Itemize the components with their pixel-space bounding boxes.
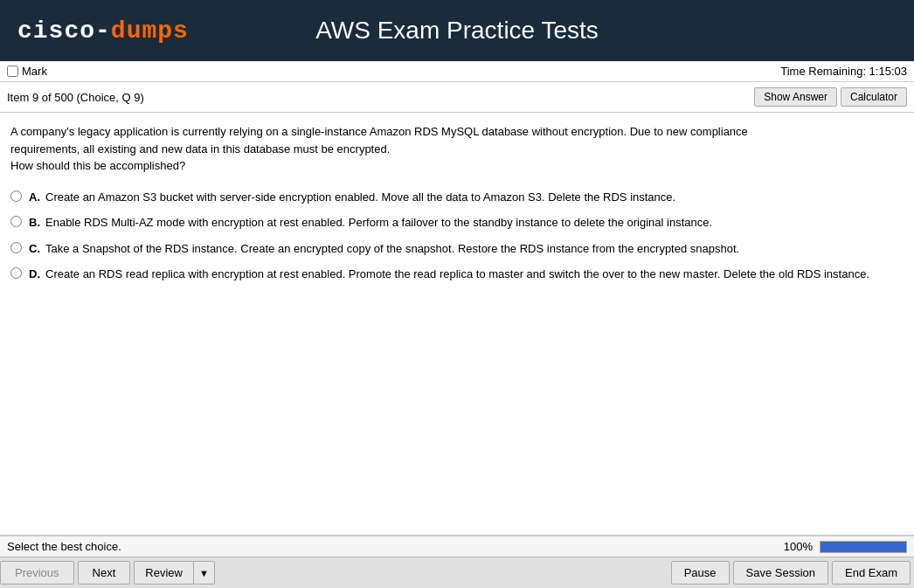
radio-a[interactable] <box>10 190 22 202</box>
progress-bar-fill <box>821 542 906 552</box>
question-line2: requirements, all existing and new data … <box>10 142 390 156</box>
choice-b-letter: B. <box>29 214 40 232</box>
review-button[interactable]: Review <box>134 561 193 585</box>
status-hint: Select the best choice. <box>7 540 121 553</box>
radio-c[interactable] <box>10 242 22 253</box>
question-line3: How should this be accomplished? <box>10 159 185 172</box>
review-group: Review ▼ <box>134 561 215 585</box>
question-area: Item 9 of 500 (Choice, Q 9) Show Answer … <box>0 82 914 536</box>
logo: cisco-dumps <box>17 17 189 45</box>
end-exam-button[interactable]: End Exam <box>832 561 911 585</box>
question-item-label: Item 9 of 500 (Choice, Q 9) <box>7 91 144 104</box>
mark-bar: Mark Time Remaining: 1:15:03 <box>0 61 914 82</box>
choices-list: A. Create an Amazon S3 bucket with serve… <box>10 189 904 283</box>
choice-b-text: Enable RDS Multi-AZ mode with encryption… <box>45 214 712 232</box>
review-dropdown-arrow[interactable]: ▼ <box>193 561 215 585</box>
choice-a[interactable]: A. Create an Amazon S3 bucket with serve… <box>10 189 904 206</box>
choice-c[interactable]: C. Take a Snapshot of the RDS instance. … <box>10 240 904 258</box>
nav-left: Previous Next Review ▼ <box>0 561 215 585</box>
question-actions: Show Answer Calculator <box>754 87 907 107</box>
question-body: A company's legacy application is curren… <box>0 113 914 302</box>
choice-c-text: Take a Snapshot of the RDS instance. Cre… <box>45 240 739 258</box>
choice-c-letter: C. <box>29 240 40 258</box>
choice-a-letter: A. <box>29 189 40 206</box>
next-button[interactable]: Next <box>78 561 131 585</box>
calculator-button[interactable]: Calculator <box>841 87 907 107</box>
nav-bar: Previous Next Review ▼ Pause Save Sessio… <box>0 557 914 588</box>
radio-d[interactable] <box>10 267 22 279</box>
mark-checkbox[interactable] <box>7 66 18 77</box>
radio-b[interactable] <box>10 216 22 227</box>
save-session-button[interactable]: Save Session <box>733 561 829 585</box>
header-title: AWS Exam Practice Tests <box>315 17 599 45</box>
pause-button[interactable]: Pause <box>671 561 730 585</box>
show-answer-button[interactable]: Show Answer <box>754 87 837 107</box>
nav-right: Pause Save Session End Exam <box>671 561 914 585</box>
question-line1: A company's legacy application is curren… <box>10 125 748 138</box>
choice-b[interactable]: B. Enable RDS Multi-AZ mode with encrypt… <box>10 214 904 232</box>
choice-a-text: Create an Amazon S3 bucket with server-s… <box>45 189 675 206</box>
header: cisco-dumps AWS Exam Practice Tests <box>0 0 914 61</box>
progress-area: 100% <box>784 540 907 553</box>
time-remaining: Time Remaining: 1:15:03 <box>780 65 907 78</box>
question-header: Item 9 of 500 (Choice, Q 9) Show Answer … <box>0 82 914 113</box>
choice-d[interactable]: D. Create an RDS read replica with encry… <box>10 266 904 283</box>
progress-percent: 100% <box>784 540 813 553</box>
progress-bar-container <box>820 541 907 553</box>
status-bar: Select the best choice. 100% <box>0 536 914 557</box>
mark-label[interactable]: Mark <box>7 65 47 78</box>
question-text: A company's legacy application is curren… <box>10 123 904 175</box>
choice-d-letter: D. <box>29 266 40 283</box>
choice-d-text: Create an RDS read replica with encrypti… <box>45 266 869 283</box>
previous-button[interactable]: Previous <box>0 561 74 585</box>
